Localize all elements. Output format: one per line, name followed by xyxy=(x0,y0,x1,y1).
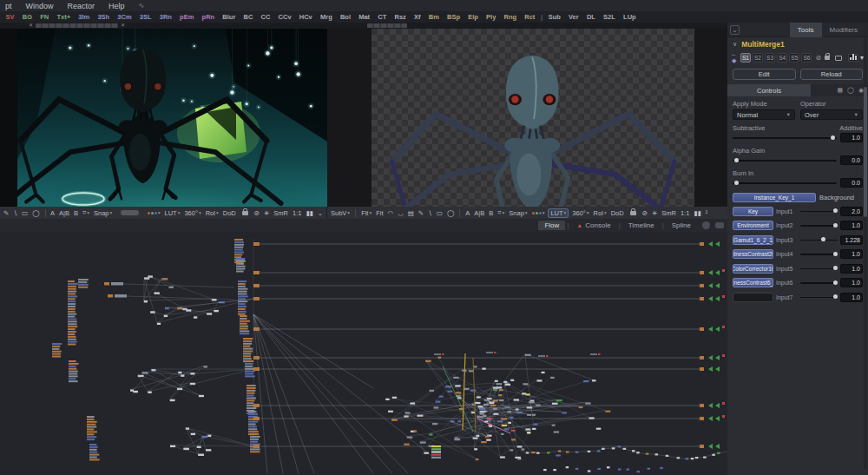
viewer-scrollbar[interactable] xyxy=(121,210,138,215)
slider-1-value[interactable]: 0.0 xyxy=(840,155,863,165)
close-icon[interactable]: ✕ xyxy=(118,23,128,29)
thumbnail-strip[interactable] xyxy=(36,23,118,28)
shelf-tool-bm[interactable]: Bm xyxy=(424,13,443,21)
lock-icon[interactable] xyxy=(628,211,639,215)
input-source-button[interactable]: Gamut1_6_2_1 xyxy=(733,235,773,245)
shelf-tool-3sl[interactable]: 3SL xyxy=(135,13,155,21)
snap-button[interactable]: Snap▾ xyxy=(93,209,113,217)
lock-icon[interactable] xyxy=(825,56,830,60)
shelf-tool-rct[interactable]: Rct xyxy=(521,13,539,21)
circle-icon[interactable]: ◯ xyxy=(847,87,854,94)
shelf-tool-dl[interactable]: DL xyxy=(582,13,599,21)
version-button-s4[interactable]: S4 xyxy=(777,53,787,63)
view-360-button[interactable]: 360°▾ xyxy=(571,209,589,217)
tab-flow[interactable]: Flow xyxy=(538,221,565,230)
lut-button[interactable]: LUT▾ xyxy=(548,208,569,218)
shelf-tool-lup[interactable]: LUp xyxy=(619,13,640,21)
list-icon[interactable]: ▤ xyxy=(407,209,415,217)
input-value[interactable]: 2.0 xyxy=(840,207,863,216)
input-slider[interactable] xyxy=(800,235,838,244)
lut-button[interactable]: LUT▾ xyxy=(163,209,181,217)
input-slider[interactable] xyxy=(800,293,838,301)
version-button-s1[interactable]: S1 xyxy=(740,53,751,63)
shelf-tool-blur[interactable]: Blur xyxy=(219,13,240,21)
input-value[interactable]: 1.0 xyxy=(840,293,863,302)
input-value[interactable]: 1.228 xyxy=(840,235,863,245)
grid-icon[interactable]: ▦ xyxy=(837,87,843,94)
tab-tools[interactable]: Tools xyxy=(790,23,822,37)
scrollbar[interactable] xyxy=(864,26,867,469)
shelf-tool-bol[interactable]: Bol xyxy=(336,13,354,21)
shelf-tool-sv[interactable]: SV xyxy=(2,13,18,21)
shelf-tool-ccv[interactable]: CCv xyxy=(274,13,295,21)
status-icon[interactable] xyxy=(702,221,710,229)
input-source-button[interactable]: htnessContrast6_2 xyxy=(733,278,773,287)
smr-label[interactable]: SmR xyxy=(661,209,677,217)
fit-button[interactable]: Fit xyxy=(375,209,384,217)
slider-knob[interactable] xyxy=(833,266,838,270)
node-graph[interactable] xyxy=(0,232,727,475)
version-button-s3[interactable]: S3 xyxy=(765,53,775,63)
menu-item-help[interactable]: Help xyxy=(108,2,125,10)
operator-select[interactable]: Over▼ xyxy=(800,109,863,120)
snap-button[interactable]: Snap▾ xyxy=(508,209,528,217)
monitor-icon[interactable] xyxy=(835,56,842,61)
disable-icon[interactable]: ⊘ xyxy=(253,209,260,217)
input-source-button[interactable] xyxy=(733,293,773,302)
input-slider[interactable] xyxy=(800,221,838,230)
shelf-tool-pem[interactable]: pEm xyxy=(176,13,198,21)
slider-knob[interactable] xyxy=(833,208,838,213)
pen-icon[interactable]: ✎ xyxy=(418,209,424,217)
shelf-tool-hcv[interactable]: HCv xyxy=(295,13,316,21)
shelf-tool-rng[interactable]: Rng xyxy=(500,13,521,21)
channel-swatch[interactable]: ▾ xyxy=(147,210,161,215)
slider-0-value[interactable]: 1.0 xyxy=(840,133,863,142)
tab-spline[interactable]: Spline xyxy=(666,221,697,230)
input-slider[interactable] xyxy=(800,264,838,273)
slider-2-value[interactable]: 0.0 xyxy=(840,178,863,188)
viewer-right[interactable] xyxy=(327,29,727,207)
dod-button[interactable]: DoD xyxy=(222,209,237,217)
guides-button[interactable]: ⌗▾ xyxy=(82,208,90,217)
rect-icon[interactable]: ▭ xyxy=(21,209,29,217)
instance-key-button[interactable]: Instance_Key_1 xyxy=(733,193,816,202)
smoothing-icon[interactable]: ✳ xyxy=(651,209,658,217)
reactor-icon[interactable]: ∿ xyxy=(139,2,145,10)
shelf-tool-mat[interactable]: Mat xyxy=(355,13,374,21)
disable-icon[interactable]: ⊘ xyxy=(641,209,648,217)
shelf-tool-prn[interactable]: pRn xyxy=(198,13,219,21)
view-ab-button[interactable]: A|B xyxy=(473,209,485,217)
smr-label[interactable]: SmR xyxy=(273,209,289,217)
shelf-tool-3rn[interactable]: 3Rn xyxy=(155,13,175,21)
zoom-ratio[interactable]: 1:1 xyxy=(680,209,690,217)
slider-knob[interactable] xyxy=(833,223,838,228)
ellipse-icon[interactable]: ◯ xyxy=(31,209,40,217)
color-levels-icon[interactable] xyxy=(848,54,858,62)
arc-up-icon[interactable]: ◠ xyxy=(387,209,395,217)
slider-knob[interactable] xyxy=(821,237,825,241)
edit-button[interactable]: Edit xyxy=(733,69,796,80)
version-button-s5[interactable]: S5 xyxy=(789,53,799,63)
slider-knob[interactable] xyxy=(734,158,739,162)
tab-timeline[interactable]: Timeline xyxy=(622,221,661,230)
ellipse-icon[interactable]: ◯ xyxy=(446,209,455,217)
view-ab-button[interactable]: A|B xyxy=(58,209,70,217)
zoom-ratio[interactable]: 1:1 xyxy=(292,209,302,217)
shelf-tool-txt+[interactable]: Txt+ xyxy=(53,13,75,21)
split-icon[interactable]: ▮▮ xyxy=(305,209,313,217)
channel-swatch[interactable]: ▾ xyxy=(531,210,546,215)
shelf-tool-sub[interactable]: Sub xyxy=(544,13,564,21)
pass-through-icon[interactable]: ⊘ xyxy=(815,54,821,62)
fit-dropdown[interactable]: Fit▾ xyxy=(360,209,372,217)
shelf-tool-bsp[interactable]: BSp xyxy=(443,13,464,21)
thumbnail-strip[interactable] xyxy=(367,23,407,28)
polyline-icon[interactable]: ∖ xyxy=(12,209,18,217)
shelf-tool-bc[interactable]: BC xyxy=(240,13,257,21)
view-b-button[interactable]: B xyxy=(73,209,79,217)
node-title-row[interactable]: ∨ MultiMerge1 xyxy=(727,37,868,49)
input-value[interactable]: 1.0 xyxy=(840,221,863,230)
slider-knob[interactable] xyxy=(833,280,838,285)
comments-icon[interactable] xyxy=(715,222,724,228)
shelf-tool-3sh[interactable]: 3Sh xyxy=(94,13,114,21)
view-a-button[interactable]: A xyxy=(49,209,56,217)
